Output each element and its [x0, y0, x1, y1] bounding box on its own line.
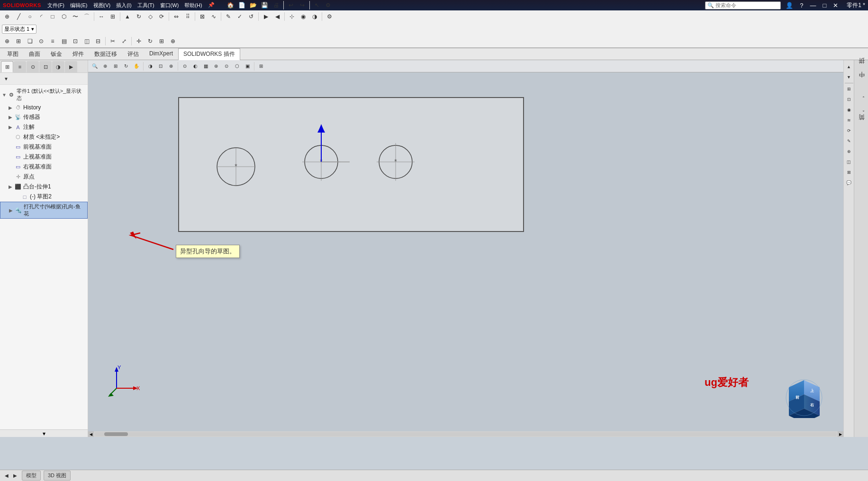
- rp-btn-11[interactable]: ⊠: [844, 168, 854, 177]
- question-icon[interactable]: ?: [798, 2, 805, 9]
- tb-offset[interactable]: ◫: [81, 36, 92, 46]
- tb-loft[interactable]: ◇: [145, 11, 155, 22]
- toolbar-new[interactable]: 📄: [237, 0, 247, 10]
- tb-scale[interactable]: ⊞: [156, 36, 167, 46]
- tab-model[interactable]: 模型: [22, 471, 41, 481]
- close-btn[interactable]: ✕: [831, 2, 840, 9]
- vt-scene[interactable]: ⬡: [232, 62, 242, 71]
- tb-display[interactable]: ◉: [298, 11, 308, 22]
- vt-zoom-area[interactable]: ⊕: [100, 62, 110, 71]
- search-input[interactable]: [715, 2, 772, 8]
- vt-screen[interactable]: ⊞: [256, 62, 266, 71]
- tree-front-plane[interactable]: ▭ 前视基准面: [0, 142, 88, 152]
- rp-btn-8[interactable]: ✎: [844, 136, 854, 146]
- rp-btn-1[interactable]: ▲: [844, 62, 854, 71]
- tree-hole-wizard[interactable]: ▶ 🔩 打孔尺寸(%根据)孔向-鱼花: [0, 202, 88, 219]
- vt-bg[interactable]: ▣: [243, 62, 252, 71]
- tree-sensors[interactable]: ▶ 📡 传感器: [0, 112, 88, 122]
- vt-render[interactable]: ⊙: [222, 62, 231, 71]
- tb-snap[interactable]: ⊙: [36, 36, 46, 46]
- tab-dimxpert[interactable]: DimXpert: [144, 48, 178, 60]
- minimize-btn[interactable]: —: [808, 2, 818, 9]
- toolbar-select[interactable]: ↖: [312, 0, 322, 10]
- fr-btn-1[interactable]: 拼: [856, 62, 867, 75]
- vt-section[interactable]: ⊡: [156, 62, 165, 71]
- tb-polygon[interactable]: ⬡: [59, 11, 69, 22]
- tb-extrude[interactable]: ▲: [122, 11, 133, 22]
- tree-origin[interactable]: ✛ 原点: [0, 172, 88, 182]
- tb-view-orient[interactable]: ⊹: [287, 11, 297, 22]
- vt-display-mode[interactable]: ◑: [145, 62, 155, 71]
- tab-scroll-left[interactable]: ◀: [3, 472, 10, 480]
- maximize-btn[interactable]: □: [821, 2, 828, 9]
- tb-copy[interactable]: ⊕: [168, 36, 178, 46]
- rp-btn-6[interactable]: ≋: [844, 116, 854, 125]
- tab-plugins[interactable]: SOLIDWORKS 插件: [178, 48, 240, 60]
- panel-tab-dxf[interactable]: ⊡: [39, 61, 52, 72]
- tb-rebuild[interactable]: ↺: [246, 11, 256, 22]
- fr-btn-4[interactable]: ʾ: [856, 105, 867, 118]
- menu-file[interactable]: 文件(F): [45, 2, 67, 9]
- menu-tools[interactable]: 工具(T): [135, 2, 157, 9]
- pt-filter[interactable]: ▼: [1, 74, 11, 83]
- toolbar-save[interactable]: 💾: [260, 0, 270, 10]
- viewport[interactable]: 🔍 ⊕ ⊞ ↻ ✋ ◑ ⊡ ⊕ ⊙ ◐ ▦ ⊛ ⊙ ⬡ ▣ ⊞: [88, 60, 843, 437]
- tb-more2[interactable]: ◀: [272, 11, 282, 22]
- tree-right-plane[interactable]: ▭ 右视基准面: [0, 162, 88, 172]
- tab-scroll-right[interactable]: ▶: [11, 472, 19, 480]
- tb-mirror[interactable]: ⇔: [171, 11, 181, 22]
- toolbar-print[interactable]: 🖨: [271, 0, 281, 10]
- scroll-right-btn[interactable]: ▶: [838, 431, 843, 437]
- tb-move[interactable]: ✛: [134, 36, 144, 46]
- tb-blocks[interactable]: ▤: [59, 36, 69, 46]
- tb-sketch-point[interactable]: ⊕: [2, 11, 12, 22]
- toolbar-options[interactable]: ⚙: [323, 0, 334, 10]
- rp-btn-5[interactable]: ◉: [844, 105, 854, 115]
- tb-curves[interactable]: ∿: [208, 11, 219, 22]
- vt-zoom-fit[interactable]: 🔍: [90, 62, 99, 71]
- tb-rotate[interactable]: ↻: [145, 36, 155, 46]
- tb-markup[interactable]: ✎: [223, 11, 234, 22]
- tree-annotations[interactable]: ▶ A 注解: [0, 122, 88, 132]
- h-scrollbar[interactable]: ◀ ▶: [88, 431, 843, 437]
- panel-tab-config[interactable]: ⊙: [27, 61, 39, 72]
- tree-root[interactable]: ▼ ⚙ 零件1 (默认<<默认>_显示状态: [0, 87, 88, 103]
- tree-sketch2[interactable]: □ (-) 草图2: [0, 192, 88, 202]
- rp-btn-3[interactable]: ⊞: [844, 84, 854, 94]
- tb-line[interactable]: ╱: [13, 11, 24, 22]
- vt-shade[interactable]: ◐: [190, 62, 200, 71]
- rp-btn-4[interactable]: ⊡: [844, 95, 854, 104]
- tab-caotu[interactable]: 草图: [2, 48, 24, 60]
- tb-more1[interactable]: ▶: [261, 11, 271, 22]
- vt-pan[interactable]: ✋: [132, 62, 141, 71]
- tree-history[interactable]: ▶ ⏱ History: [0, 103, 88, 112]
- tree-top-plane[interactable]: ▭ 上视基准面: [0, 152, 88, 162]
- menu-edit[interactable]: 编辑(E): [68, 2, 90, 9]
- search-box[interactable]: 🔍: [705, 1, 781, 9]
- tb-shade[interactable]: ◑: [309, 11, 320, 22]
- tb-settings[interactable]: ⚙: [324, 11, 335, 22]
- toolbar-redo[interactable]: ↪: [297, 0, 307, 10]
- tab-hanjian[interactable]: 焊件: [67, 48, 89, 60]
- tb-entities[interactable]: ⊡: [70, 36, 81, 46]
- tb-fillet[interactable]: ⌒: [81, 11, 92, 22]
- tb-relations[interactable]: ⊞: [108, 11, 118, 22]
- menu-window[interactable]: 窗口(W): [158, 2, 181, 9]
- toolbar-open[interactable]: 📂: [248, 0, 259, 10]
- tb-trim[interactable]: ✂: [108, 36, 118, 46]
- tree-boss-extrude[interactable]: ▶ ⬛ 凸台-拉伸1: [0, 182, 88, 192]
- tb-extend[interactable]: ⤢: [119, 36, 129, 46]
- tab-qumian[interactable]: 曲面: [24, 48, 45, 60]
- vt-rotate[interactable]: ↻: [121, 62, 131, 71]
- tb-3d-sketch[interactable]: ⊞: [13, 36, 24, 46]
- tb-sketch-tools[interactable]: ⊕: [2, 36, 12, 46]
- tb-check[interactable]: ✓: [235, 11, 245, 22]
- vt-zoom-in[interactable]: ⊞: [111, 62, 120, 71]
- fr-btn-3[interactable]: ʿ: [856, 90, 867, 104]
- tb-rect[interactable]: □: [47, 11, 58, 22]
- h-scroll-thumb[interactable]: [104, 432, 128, 436]
- menu-view[interactable]: 视图(V): [91, 2, 113, 9]
- vt-view-orient[interactable]: ⊙: [180, 62, 190, 71]
- menu-pin[interactable]: 📌: [206, 2, 217, 9]
- rp-btn-2[interactable]: ▼: [844, 72, 854, 82]
